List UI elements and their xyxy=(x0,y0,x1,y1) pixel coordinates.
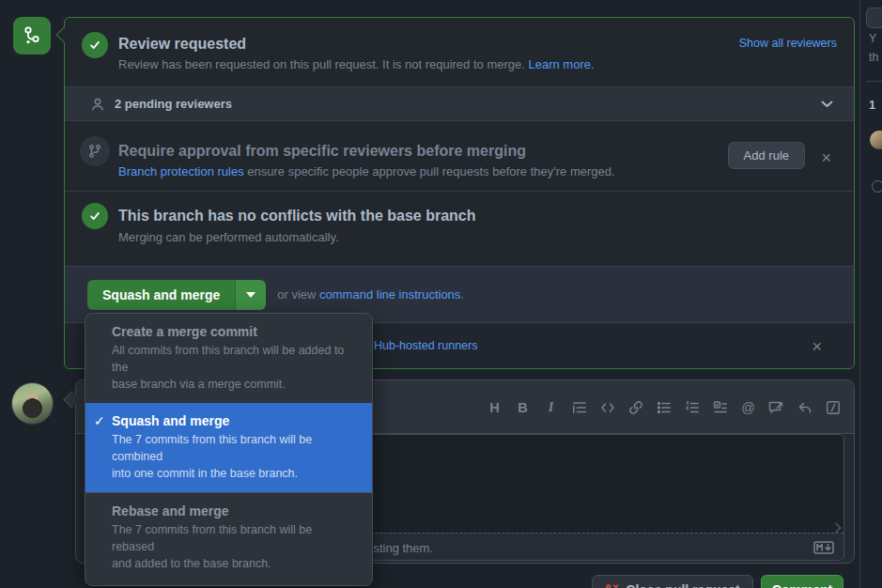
sidebar-count-fragment: 1 xyxy=(869,98,875,112)
reply-icon[interactable] xyxy=(797,399,812,415)
branch-protection-rules-link[interactable]: Branch protection rules xyxy=(118,164,244,178)
menu-item-create-merge-commit[interactable]: Create a merge commit All commits from t… xyxy=(85,314,372,403)
dismiss-protection-icon[interactable]: × xyxy=(821,149,831,166)
git-merge-timeline-icon xyxy=(13,17,51,54)
merge-options-caret[interactable] xyxy=(235,280,266,310)
check-circle-icon xyxy=(82,32,108,58)
comment-button-label: Comment xyxy=(772,582,833,588)
sidebar-text-fragment: th xyxy=(869,51,878,64)
command-line-instructions-link[interactable]: command line instructions xyxy=(319,287,460,302)
person-icon xyxy=(90,97,105,112)
markdown-icon xyxy=(813,541,834,554)
add-rule-button[interactable]: Add rule xyxy=(728,142,805,169)
sidebar-button-fragment[interactable] xyxy=(866,8,882,28)
branch-protection-description: Branch protection rules ensure specific … xyxy=(118,164,615,178)
check-circle-icon xyxy=(82,203,108,229)
sidebar-avatar[interactable] xyxy=(870,131,882,149)
bold-icon[interactable]: B xyxy=(515,399,531,415)
branch-protection-title: Require approval from specific reviewers… xyxy=(118,143,526,160)
chevron-down-icon[interactable] xyxy=(821,101,833,108)
review-requested-title: Review requested xyxy=(118,36,246,53)
squash-and-merge-label[interactable]: Squash and merge xyxy=(87,280,235,310)
review-requested-section: Review requested Review has been request… xyxy=(65,18,854,87)
task-list-icon[interactable] xyxy=(712,399,728,415)
hosted-runners-link[interactable]: Hub-hosted runners xyxy=(374,339,477,352)
link-icon[interactable] xyxy=(627,399,643,415)
markdown-toolbar: H B I @ xyxy=(487,380,841,434)
sidebar-text-fragment: Y xyxy=(869,32,876,45)
ordered-list-icon[interactable] xyxy=(684,399,700,415)
mention-icon[interactable]: @ xyxy=(740,399,756,415)
squash-and-merge-button[interactable]: Squash and merge xyxy=(87,280,266,310)
branch-protection-section: Require approval from specific reviewers… xyxy=(65,121,854,192)
pr-closed-icon xyxy=(605,583,619,588)
no-conflicts-description: Merging can be performed automatically. xyxy=(118,230,339,244)
git-branch-icon xyxy=(80,136,110,166)
sidebar-divider-line xyxy=(866,81,882,82)
learn-more-link[interactable]: Learn more. xyxy=(528,57,594,71)
pending-reviewers-label: 2 pending reviewers xyxy=(115,97,232,111)
no-conflicts-title: This branch has no conflicts with the ba… xyxy=(118,208,476,224)
dismiss-notice-icon[interactable]: × xyxy=(812,338,822,355)
sidebar-divider xyxy=(859,0,860,588)
menu-item-squash-and-merge[interactable]: ✓ Squash and merge The 7 commits from th… xyxy=(85,403,372,492)
cli-instructions-text: or view command line instructions. xyxy=(277,287,464,302)
heading-icon[interactable]: H xyxy=(487,399,503,415)
sidebar-icon xyxy=(872,180,882,193)
check-icon: ✓ xyxy=(94,413,105,428)
code-icon[interactable] xyxy=(599,399,615,415)
unordered-list-icon[interactable] xyxy=(656,399,672,415)
pending-reviewers-row[interactable]: 2 pending reviewers xyxy=(65,87,854,121)
show-all-reviewers-link[interactable]: Show all reviewers xyxy=(739,37,837,50)
menu-item-rebase-and-merge[interactable]: Rebase and merge The 7 commits from this… xyxy=(85,492,372,585)
close-pull-request-label: Close pull request xyxy=(626,582,739,588)
close-pull-request-button[interactable]: Close pull request xyxy=(592,575,753,588)
comment-button[interactable]: Comment xyxy=(761,575,843,588)
cross-reference-icon[interactable] xyxy=(768,399,784,415)
merge-method-menu: Create a merge commit All commits from t… xyxy=(85,313,373,586)
slash-command-icon[interactable] xyxy=(825,399,841,415)
quote-icon[interactable] xyxy=(571,399,587,415)
review-requested-description: Review has been requested on this pull r… xyxy=(118,57,595,71)
avatar[interactable] xyxy=(11,382,54,425)
no-conflicts-section: This branch has no conflicts with the ba… xyxy=(65,192,854,267)
italic-icon[interactable]: I xyxy=(543,399,559,415)
